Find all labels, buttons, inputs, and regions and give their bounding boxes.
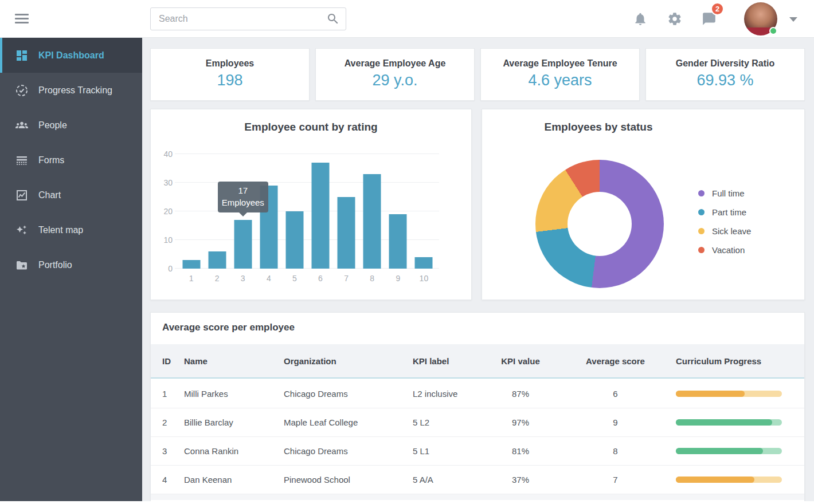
bar-chart-plot: 12317Employees45678910 [178,155,437,269]
portfolio-icon [15,258,29,272]
cell-kpi-value: 87% [486,389,555,399]
kpi-card-label: Average Employee Age [316,58,474,69]
cell-kpi-label: 5 A/A [413,475,486,485]
sidebar-item-progress-tracking[interactable]: Progress Tracking [0,73,142,108]
sidebar-item-forms[interactable]: Forms [0,143,142,178]
progress-bar-fill [676,419,772,426]
kpi-card-employees: Employees198 [150,48,310,101]
bar-rating-1[interactable] [182,260,200,269]
sidebar-item-label: Chart [38,190,61,200]
bar-rating-8[interactable] [363,174,381,269]
cell-average-score: 8 [555,446,676,456]
cell-kpi-value: 97% [486,418,555,427]
table-row-billie-barclay: 2Billie BarclayMaple Leaf College5 L297%… [151,408,804,437]
sidebar-item-label: Telent map [38,225,83,235]
column-header-kpi-label: KPI label [413,356,486,366]
x-axis-tick-label: 5 [281,274,307,283]
progress-bar-track [676,419,782,426]
tooltip-value: 17 [220,184,266,196]
online-status-dot [769,27,777,35]
kpi-card-average-employee-tenure: Average Employee Tenure4.6 years [480,48,640,101]
sidebar-item-label: Progress Tracking [38,85,112,96]
bar-rating-2[interactable] [208,251,226,269]
cell-average-score: 6 [555,389,676,399]
legend-item-part-time[interactable]: Part time [698,203,751,222]
cell-kpi-label: L2 inclusive [413,389,486,399]
kpi-dashboard-screen: 2 KPI DashboardProgress TrackingPeopleFo… [0,0,814,504]
bar-tooltip: 17Employees [218,182,268,212]
gear-icon[interactable] [667,11,682,26]
x-axis-tick-label: 9 [385,274,411,283]
bar-rating-10[interactable] [415,257,433,269]
progress-bar-fill [676,448,763,454]
legend-item-sick-leave[interactable]: Sick leave [698,222,751,241]
bell-icon[interactable] [633,11,648,26]
sidebar-item-chart[interactable]: Chart [0,178,142,212]
y-axis-tick-label: 20 [151,206,173,217]
caret-down-icon[interactable] [789,17,797,22]
cell-kpi-value: 37% [486,475,555,485]
legend-item-full-time[interactable]: Full time [698,184,751,203]
table-row-conna-rankin: 3Conna RankinChicago Dreams5 L181%8 [151,437,804,466]
tooltip-label: Employees [220,196,266,208]
legend-item-vacation[interactable]: Vacation [698,241,751,259]
kpi-card-label: Gender Diversity Ratio [646,58,804,69]
cell-id: 1 [162,389,184,399]
progress-bar-track [676,477,782,483]
cell-id: 2 [162,418,184,427]
bar-rating-7[interactable] [338,197,355,269]
legend-label: Part time [712,207,746,217]
bottom-strip [0,501,814,504]
bar-rating-9[interactable] [389,214,407,269]
legend-label: Sick leave [712,226,751,236]
score-table-panel: Average score per employee IDNameOrganiz… [150,312,805,504]
top-bar: 2 [0,0,814,38]
cell-organization: Chicago Dreams [284,446,413,456]
kpi-card-gender-diversity-ratio: Gender Diversity Ratio69.93 % [645,48,805,101]
x-axis-tick-label: 1 [178,274,204,283]
bar-rating-3[interactable] [234,220,252,269]
chart-icon [15,188,29,202]
donut-legend: Full timePart timeSick leaveVacation [698,184,751,259]
search-input[interactable] [151,8,346,30]
kpi-card-average-employee-age: Average Employee Age29 y.o. [315,48,475,101]
bar-slot: 9 [385,155,411,269]
bar-slot: 10 [411,155,437,269]
y-axis-tick-label: 10 [151,234,173,246]
x-axis-tick-label: 10 [411,274,437,283]
kpi-card-value: 4.6 years [481,72,639,89]
cell-average-score: 9 [555,418,676,427]
sidebar-item-label: Forms [38,155,64,166]
y-axis-tick-label: 40 [151,148,173,160]
table-empty-row [151,494,804,500]
bar-rating-6[interactable] [312,163,330,269]
bar-rating-5[interactable] [285,211,303,269]
sidebar-item-label: People [38,120,67,131]
cell-organization: Pinewood School [284,475,413,485]
table-row-milli-parkes: 1Milli ParkesChicago DreamsL2 inclusive8… [151,380,804,408]
legend-dot [698,228,705,234]
sidebar-item-telent-map[interactable]: Telent map [0,212,142,247]
menu-icon[interactable] [15,14,29,24]
gridline [175,153,439,154]
bar-chart-panel: Employee count by rating 12317Employees4… [150,109,472,300]
bar-slot: 5 [281,155,307,269]
dashboard-icon [15,49,29,62]
cell-average-score: 7 [555,475,676,485]
column-header-id: ID [162,356,184,366]
search-icon[interactable] [326,12,340,26]
progress-bar-fill [676,391,745,397]
sidebar-item-portfolio[interactable]: Portfolio [0,247,142,282]
cell-name: Billie Barclay [184,418,284,427]
donut-chart[interactable] [535,160,664,288]
bar-chart-title: Employee count by rating [151,121,471,133]
progress-bar-track [676,391,782,397]
sidebar-item-kpi-dashboard[interactable]: KPI Dashboard [0,38,142,73]
sidebar-item-people[interactable]: People [0,108,142,143]
talent-map-icon [15,223,29,237]
table-title: Average score per employee [162,322,295,333]
cell-curriculum-progress [676,448,793,454]
y-axis-tick-label: 30 [151,177,173,188]
bar-slot: 8 [359,155,385,269]
cell-kpi-label: 5 L1 [413,446,486,456]
